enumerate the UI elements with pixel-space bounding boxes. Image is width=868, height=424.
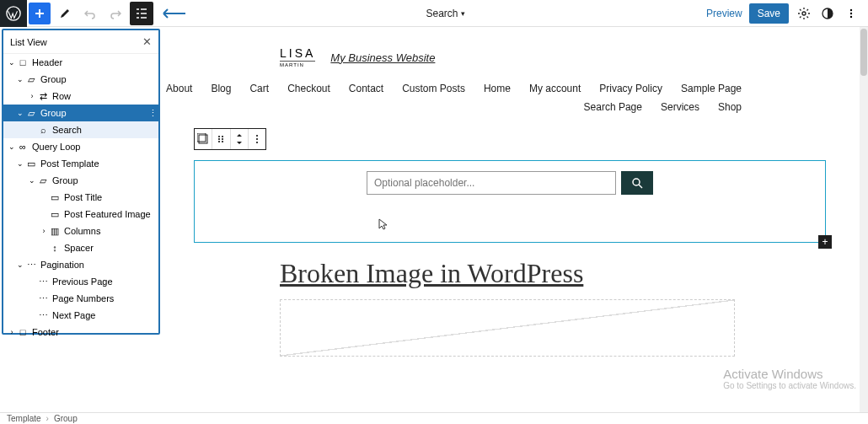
undo-button[interactable]: [79, 3, 101, 24]
block-type-icon: ▭: [25, 158, 37, 169]
vertical-scrollbar[interactable]: [860, 27, 868, 412]
nav-link-blog[interactable]: Blog: [211, 83, 231, 94]
listview-item-post-template[interactable]: ⌄▭Post Template: [3, 155, 158, 172]
arrow-annotation: [160, 8, 185, 19]
nav-link-cart[interactable]: Cart: [249, 83, 269, 94]
block-toolbar: [194, 128, 266, 150]
svg-point-3: [850, 8, 852, 10]
listview-item-label: Columns: [64, 226, 158, 236]
nav-link-services[interactable]: Services: [661, 101, 699, 113]
add-block-inline-button[interactable]: +: [818, 235, 832, 249]
item-more-icon[interactable]: ⋮: [147, 108, 158, 119]
drag-handle-icon[interactable]: [212, 129, 230, 149]
toggle-icon[interactable]: ⌄: [15, 260, 25, 269]
breadcrumb-item[interactable]: Template: [7, 414, 41, 423]
search-input[interactable]: [367, 171, 616, 195]
toggle-icon[interactable]: ›: [39, 227, 49, 235]
toggle-icon[interactable]: ›: [27, 92, 37, 100]
block-type-icon: ↕: [49, 243, 61, 253]
listview-item-label: Post Title: [64, 192, 158, 202]
breadcrumb-item[interactable]: Group: [54, 414, 78, 423]
nav-link-privacy-policy[interactable]: Privacy Policy: [599, 83, 662, 94]
svg-point-14: [256, 135, 258, 137]
nav-link-contact[interactable]: Contact: [349, 83, 383, 94]
toggle-icon[interactable]: ⌄: [15, 75, 25, 83]
listview-item-label: Next Page: [52, 310, 158, 320]
listview-item-label: Query Loop: [32, 142, 158, 152]
toggle-icon[interactable]: ⌄: [7, 142, 17, 151]
document-title[interactable]: Search ▾: [185, 8, 706, 19]
block-type-icon[interactable]: [195, 129, 212, 149]
listview-item-label: Page Numbers: [52, 293, 158, 303]
preview-link[interactable]: Preview: [706, 8, 742, 19]
edit-button[interactable]: [54, 3, 76, 24]
listview-item-query-loop[interactable]: ⌄∞Query Loop: [3, 138, 158, 155]
block-type-icon: ▱: [25, 108, 37, 119]
post-title[interactable]: Broken Image in WordPress: [280, 258, 868, 289]
redo-button[interactable]: [104, 3, 126, 24]
nav-link-home[interactable]: Home: [484, 83, 511, 94]
toggle-icon[interactable]: ⌄: [15, 159, 25, 168]
toggle-icon[interactable]: ⌄: [15, 109, 25, 117]
listview-item-group[interactable]: ⌄▱Group⋮: [3, 105, 158, 121]
close-icon[interactable]: ✕: [142, 35, 152, 48]
listview-item-footer[interactable]: ›□Footer: [3, 324, 158, 341]
list-view-button[interactable]: [130, 2, 153, 25]
nav-link-about[interactable]: About: [166, 83, 192, 94]
nav-link-sample-page[interactable]: Sample Page: [681, 83, 742, 94]
logo-main: LISA: [280, 47, 315, 59]
list-view-panel: List View ✕ ⌄□Header⌄▱Group›⇄Row⌄▱Group⋮…: [2, 29, 160, 335]
listview-item-post-featured-image[interactable]: ▭Post Featured Image: [3, 206, 158, 223]
chevron-right-icon: ›: [46, 414, 49, 423]
nav-link-search-page[interactable]: Search Page: [584, 101, 642, 113]
nav-link-checkout[interactable]: Checkout: [287, 83, 330, 94]
listview-item-header[interactable]: ⌄□Header: [3, 54, 158, 71]
listview-item-post-title[interactable]: ▭Post Title: [3, 189, 158, 206]
post-featured-image-placeholder[interactable]: [280, 299, 735, 357]
listview-item-label: Pagination: [40, 260, 158, 270]
block-type-icon: ▥: [49, 226, 61, 237]
listview-item-group[interactable]: ⌄▱Group: [3, 172, 158, 189]
svg-point-17: [633, 179, 640, 185]
nav-link-shop[interactable]: Shop: [718, 101, 742, 113]
nav-link-custom-posts[interactable]: Custom Posts: [402, 83, 465, 94]
site-logo[interactable]: LISA MARTIN: [280, 47, 315, 67]
listview-item-label: Post Featured Image: [64, 209, 158, 219]
toggle-icon[interactable]: ›: [7, 328, 17, 336]
settings-icon[interactable]: [796, 5, 812, 22]
listview-item-pagination[interactable]: ⌄⋯Pagination: [3, 256, 158, 273]
toggle-icon[interactable]: ⌄: [27, 176, 37, 185]
listview-item-next-page[interactable]: ⋯Next Page: [3, 307, 158, 324]
listview-item-label: Post Template: [40, 158, 158, 169]
move-arrows-icon[interactable]: [231, 129, 249, 149]
svg-point-12: [218, 141, 220, 142]
svg-point-13: [222, 141, 223, 142]
list-view-title: List View: [10, 37, 47, 47]
listview-item-page-numbers[interactable]: ⋯Page Numbers: [3, 290, 158, 307]
listview-item-row[interactable]: ›⇄Row: [3, 88, 158, 105]
styles-icon[interactable]: [819, 5, 836, 22]
site-title[interactable]: My Business Website: [330, 51, 435, 64]
listview-item-spacer[interactable]: ↕Spacer: [3, 239, 158, 256]
scrollbar-thumb[interactable]: [860, 29, 867, 76]
toggle-icon[interactable]: ⌄: [7, 58, 17, 67]
svg-point-5: [850, 15, 852, 17]
block-type-icon: ⌕: [37, 125, 49, 135]
nav-link-my-account[interactable]: My account: [529, 83, 581, 94]
wordpress-logo[interactable]: [0, 0, 27, 27]
listview-item-label: Group: [40, 108, 147, 118]
search-submit-button[interactable]: [621, 171, 653, 195]
block-type-icon: ⋯: [37, 310, 49, 321]
windows-watermark: Activate Windows Go to Settings to activ…: [723, 367, 856, 390]
more-options-icon[interactable]: [843, 5, 860, 22]
group-block-selected[interactable]: +: [194, 160, 826, 243]
listview-item-search[interactable]: ⌕Search: [3, 121, 158, 138]
add-block-button[interactable]: [29, 3, 51, 24]
block-more-icon[interactable]: [249, 129, 265, 149]
listview-item-columns[interactable]: ›▥Columns: [3, 223, 158, 239]
breadcrumb: Template › Group: [0, 412, 868, 424]
listview-item-previous-page[interactable]: ⋯Previous Page: [3, 273, 158, 290]
listview-item-label: Group: [40, 74, 158, 84]
listview-item-group[interactable]: ⌄▱Group: [3, 71, 158, 88]
save-button[interactable]: Save: [749, 3, 789, 24]
